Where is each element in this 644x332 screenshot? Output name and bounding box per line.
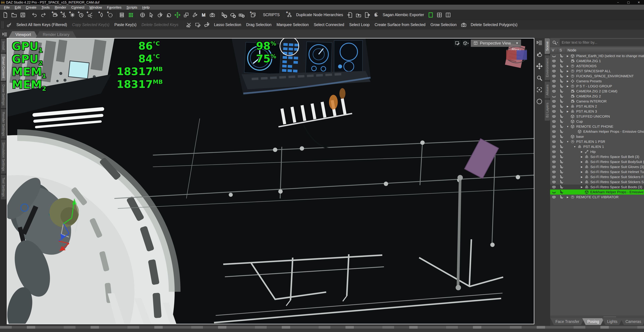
selectable-cursor-icon[interactable] [558,170,566,174]
scene-node-row[interactable]: CAMERA ZIG 1 [550,59,644,64]
selectable-cursor-icon[interactable] [558,139,566,144]
eye-open-icon[interactable] [550,84,558,89]
eye-open-icon[interactable] [550,154,558,159]
pan-icon[interactable] [536,63,543,70]
minimize-button[interactable]: – [613,0,623,5]
eye-open-icon[interactable] [550,59,558,63]
expand-arrow-icon[interactable]: ▶ [566,110,570,113]
menu-connect[interactable]: Connect [69,5,87,10]
drag-selection-label[interactable]: Drag Selection [244,23,274,27]
selectable-cursor-icon[interactable] [558,190,566,194]
eye-open-icon[interactable] [550,175,558,179]
scene-node-row[interactable]: ▶Sci-Fi Retro Space Suit BodySuit (3) [550,159,644,164]
scene-node-row[interactable]: ▶ASTEROIDS [550,64,644,69]
expand-arrow-icon[interactable]: ▶ [566,196,570,199]
uv-sphere-gear-button[interactable] [229,11,237,19]
dock-resize-handle[interactable] [550,315,644,318]
alembic-open-button[interactable] [354,11,362,19]
eye-open-icon[interactable] [550,185,558,189]
eye-open-icon[interactable] [550,119,558,124]
viewport-3d[interactable]: Right [7,38,534,324]
save-file-button[interactable] [19,11,27,19]
eye-open-icon[interactable] [550,74,558,78]
scene-node-row[interactable]: base [550,134,644,139]
eye-open-icon[interactable] [550,180,558,184]
scene-node-row[interactable]: ▶Sci-Fi Retro Space Suit Helmet Tubes (3… [550,169,644,175]
timeline-pane-button[interactable] [118,11,126,19]
selectable-cursor-icon[interactable] [558,164,566,169]
selectable-cursor-icon[interactable] [558,74,566,78]
eye-open-icon[interactable] [550,124,558,129]
expand-arrow-icon[interactable]: ▼ [572,145,577,148]
new-null-button[interactable]: + [106,11,114,19]
sidetab-smart-content[interactable]: Smart Content [1,54,6,81]
redo-button[interactable] [39,11,47,19]
scene-node-row[interactable]: ▶Sci-Fi Retro Space Suit Stickers Front … [550,175,644,180]
duplicate-node-hierarchies-button[interactable]: + [286,11,294,19]
eye-open-icon[interactable] [550,159,558,164]
select-all-item-keys-button[interactable] [5,21,14,29]
eye-open-icon[interactable] [550,79,558,84]
sidetab-simulation-settings[interactable]: Simulation Settings [1,140,6,174]
marquee-edit-button[interactable] [194,21,202,29]
eye-open-icon[interactable] [550,129,558,134]
selectable-cursor-icon[interactable] [558,54,566,58]
expand-arrow-icon[interactable]: ▼ [566,140,570,143]
new-point-light-button[interactable]: + [68,11,76,19]
spot-render-tool-button[interactable] [208,11,216,19]
keymate-pane-button[interactable] [127,11,135,19]
eraser-pointer-button[interactable] [203,21,211,29]
eye-closed-icon[interactable] [550,190,558,194]
expand-arrow-icon[interactable]: ▶ [580,155,584,158]
four-pane-layout-button[interactable] [435,11,444,19]
expand-arrow-icon[interactable]: ▶ [566,105,570,108]
menu-tools[interactable]: Tools [39,5,52,10]
selectable-cursor-icon[interactable] [558,94,566,99]
select-connected-label[interactable]: Select Connected [312,23,346,27]
sidetab-aliases[interactable]: Aliases [545,81,550,98]
eye-closed-icon[interactable] [550,94,558,99]
aux-viewport-icon[interactable] [454,40,461,47]
expand-arrow-icon[interactable]: ▶ [566,65,570,67]
selectable-cursor-icon[interactable] [558,180,566,184]
menu-create[interactable]: Create [24,5,39,10]
expand-arrow-icon[interactable]: ▶ [566,80,570,82]
selectable-cursor-icon[interactable] [558,89,566,94]
activity-tab-lights[interactable]: Lights [602,318,622,325]
selectable-cursor-icon[interactable] [558,69,566,73]
spot-render-camera-button[interactable] [460,21,468,29]
select-loop-label[interactable]: Select Loop [347,23,372,27]
selectable-cursor-icon[interactable] [558,109,566,114]
sidetab-bj-layers[interactable]: BJ Layers [545,100,550,121]
node-selection-tool-button[interactable] [147,11,155,19]
column-node[interactable]: Node [566,48,644,52]
selectable-cursor-icon[interactable] [558,79,566,84]
drawstyle-cube-icon[interactable]: ▾ [462,40,469,47]
scene-node-row[interactable]: ▶REMOTE CLIT VIBRATOR [550,195,644,200]
scene-node-row[interactable]: ▶Planet_Earth_HD (select me to change ma… [550,53,644,59]
menu-help[interactable]: Help [140,5,152,10]
view-selector[interactable]: Perspective View ▼ [471,40,521,47]
scene-node-row[interactable]: CAMERA ZIG 2 [550,94,644,99]
column-visibility[interactable]: V [550,48,558,52]
grow-selection-label[interactable]: Grow Selection [428,23,459,27]
expand-arrow-icon[interactable]: ▶ [580,181,584,183]
scene-node-row[interactable]: ▼REMOTE CLIT PHONE [550,124,644,129]
expand-arrow-icon[interactable]: ▶ [580,171,584,173]
tab-render-library[interactable]: Render Library [36,31,76,38]
sidetab-install[interactable]: Install [1,39,6,53]
expand-arrow-icon[interactable]: ▶ [566,75,570,77]
alembic-import-button[interactable] [346,11,354,19]
new-spotlight-button[interactable]: + [60,11,68,19]
toolbar-handle[interactable] [2,21,3,29]
orbit-icon[interactable] [536,51,543,58]
scale-tool-button[interactable] [182,11,190,19]
new-linear-point-light-button[interactable]: + [77,11,85,19]
selectable-cursor-icon[interactable] [558,124,566,129]
menu-window[interactable]: Window [87,5,104,10]
expand-arrow-icon[interactable]: ▶ [566,85,570,88]
selectable-cursor-icon[interactable] [558,84,566,89]
selectable-cursor-icon[interactable] [558,195,566,200]
maximize-button[interactable]: ▢ [623,0,634,5]
eye-open-icon[interactable] [550,89,558,94]
